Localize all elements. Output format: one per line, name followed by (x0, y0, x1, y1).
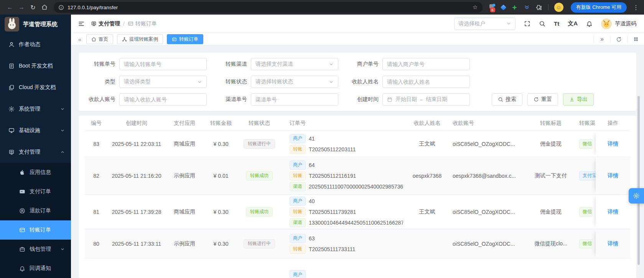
type-select[interactable]: 请选择类型 (119, 76, 207, 88)
puzzle-extensions-icon[interactable] (536, 4, 542, 11)
row-order-numbers: 商户63 转账T202505111733111 (280, 231, 403, 257)
payee-name-input[interactable] (387, 79, 465, 85)
tabs-scroll-right-icon[interactable]: » (593, 36, 610, 43)
row-title: 佣金提现 (524, 141, 578, 147)
settings-drawer-button[interactable] (629, 188, 644, 204)
sidebar-item-app-info[interactable]: 应用信息 (0, 163, 71, 182)
row-order-numbers: 商户 (280, 258, 403, 278)
table-row: 83 2025-05-11 22:03:11 商城应用 ¥ 0.30 转账进行中… (85, 131, 630, 157)
tab-withdraw-demo[interactable]: 提现转账案例 (117, 34, 163, 44)
sidebar-item-infra[interactable]: 基础设施 (0, 120, 71, 141)
row-id: 80 (85, 241, 108, 247)
export-button[interactable]: 导出 (563, 93, 594, 106)
breadcrumb-parent[interactable]: 支付管理 (91, 20, 120, 27)
home-icon[interactable] (39, 2, 50, 13)
sidebar-item-callback-notify[interactable]: 回调通知 (0, 259, 71, 278)
sidebar-item-transfer-orders[interactable]: 转账订单 (0, 220, 71, 240)
search-icon[interactable] (539, 20, 545, 27)
refresh-page-icon[interactable] (610, 36, 627, 43)
extension-icon-1[interactable]: 6 (489, 4, 496, 10)
row-app: 示例应用 (165, 172, 204, 179)
transfer-tag: 转账 (290, 171, 306, 180)
calendar-icon (387, 97, 392, 102)
row-order-numbers: 商户64 转账T202505112116191 渠道20250511110070… (280, 157, 403, 194)
extension-icon-4[interactable] (524, 4, 530, 11)
chrome-update-button[interactable]: 有新版 Chrome 可用 (571, 2, 627, 13)
col-header-order-no: 订单号 (280, 120, 403, 127)
merchant-no-input[interactable] (387, 61, 465, 67)
layout-grid-icon[interactable] (627, 36, 644, 43)
gear-icon (633, 192, 640, 199)
search-button[interactable]: 搜索 (492, 93, 522, 106)
field-create-time: 创建时间 开始日期 – 结束日期 (348, 93, 470, 106)
app-title: 芋道管理系统 (23, 21, 58, 28)
transfer-no-input[interactable] (124, 61, 202, 67)
channel-tag-label: 渠道 (290, 218, 306, 227)
row-app: 示例应用 (165, 240, 204, 247)
tenant-select[interactable]: 请选择租户 (454, 18, 516, 30)
reload-icon[interactable]: ↻ (28, 2, 38, 13)
create-time-range-picker[interactable]: 开始日期 – 结束日期 (382, 93, 470, 106)
field-label: 创建时间 (348, 96, 382, 103)
col-header-id: 编号 (85, 120, 108, 127)
extension-icon-3[interactable] (511, 4, 518, 11)
merchant-tag: 商户 (290, 197, 306, 206)
search-panel: 转账单号 转账渠道 请选择支付渠道 商户单号 (79, 53, 636, 111)
bell-icon[interactable] (586, 20, 593, 27)
tabs-scroll-left-icon[interactable]: « (76, 36, 84, 43)
status-badge: 转账成功 (246, 207, 273, 217)
transfer-no: T202505112203111 (309, 146, 356, 152)
detail-link[interactable]: 详情 (608, 141, 618, 147)
wallet-icon (19, 246, 25, 252)
user-chip[interactable]: 芋道源码 (601, 18, 636, 29)
copy-docs-icon (8, 84, 15, 91)
channel-tag-label: 渠道 (290, 182, 306, 191)
row-created: 2025-05-11 17:39:28 (108, 209, 165, 215)
row-account: oiSC85elO_OZogXODC... (451, 241, 524, 247)
search-row-2: 类型 请选择类型 转账状态 请选择转账状态 (85, 76, 630, 88)
sidebar-item-cloud-docs[interactable]: Cloud 开发文档 (0, 77, 71, 98)
channel-order-no-input[interactable] (255, 96, 334, 103)
sidebar-item-boot-docs[interactable]: Boot 开发文档 (0, 55, 71, 77)
status-select[interactable]: 请选择转账状态 (251, 76, 338, 88)
payee-account-input[interactable] (124, 96, 202, 103)
row-amount: ¥ 0.30 (204, 241, 238, 247)
sidebar-item-refund-orders[interactable]: 退款订单 (0, 201, 71, 220)
detail-link[interactable]: 详情 (608, 208, 618, 215)
sidebar-item-payment[interactable]: 支付管理 (0, 141, 71, 163)
col-header-title: 转账标题 (524, 120, 578, 127)
sidebar-item-author[interactable]: 作者动态 (0, 34, 71, 55)
share-branch-icon (122, 37, 127, 42)
tab-home[interactable]: 首页 (86, 34, 113, 44)
user-avatar (601, 18, 612, 29)
merchant-no: 41 (309, 136, 315, 142)
sidebar-item-wallet[interactable]: 钱包管理 (0, 240, 71, 259)
bookmark-star-icon[interactable]: ☆ (473, 4, 478, 11)
browser-menu-icon[interactable]: ⋮ (632, 4, 639, 11)
language-icon[interactable]: 文A (568, 20, 578, 27)
sidebar-collapse-icon[interactable] (76, 18, 87, 30)
tab-transfer-orders[interactable]: 转账订单 (167, 34, 203, 44)
font-size-icon[interactable]: Tt (554, 20, 559, 27)
row-status: 转账成功 (238, 207, 280, 217)
extension-icon-2[interactable] (500, 4, 506, 10)
channel-select[interactable]: 请选择支付渠道 (251, 58, 338, 70)
row-payee: oespxk7368 (403, 173, 451, 179)
detail-link[interactable]: 详情 (608, 240, 618, 247)
url-bar[interactable]: 127.0.0.1/pay/transfer ☆ (54, 2, 483, 13)
chevron-down-icon (506, 21, 511, 26)
field-label: 商户单号 (348, 61, 382, 68)
sidebar-item-system[interactable]: 系统管理 (0, 98, 71, 120)
site-info-icon[interactable] (58, 5, 64, 10)
sidebar-item-pay-orders[interactable]: 支付订单 (0, 182, 71, 201)
vertical-scrollbar[interactable] (637, 96, 640, 265)
fullscreen-icon[interactable] (524, 20, 530, 27)
back-icon[interactable]: ← (5, 2, 15, 13)
reset-button[interactable]: 重置 (527, 93, 558, 106)
brand: 芋道管理系统 (0, 15, 71, 34)
detail-link[interactable]: 详情 (608, 172, 618, 179)
forward-icon[interactable]: → (16, 2, 27, 13)
sidebar: 芋道管理系统 作者动态 Boot 开发文档 Cloud 开发文档 系统管理 (0, 15, 71, 278)
browser-profile-avatar[interactable]: ☺ (554, 3, 563, 12)
search-row-1: 转账单号 转账渠道 请选择支付渠道 商户单号 (85, 58, 630, 70)
